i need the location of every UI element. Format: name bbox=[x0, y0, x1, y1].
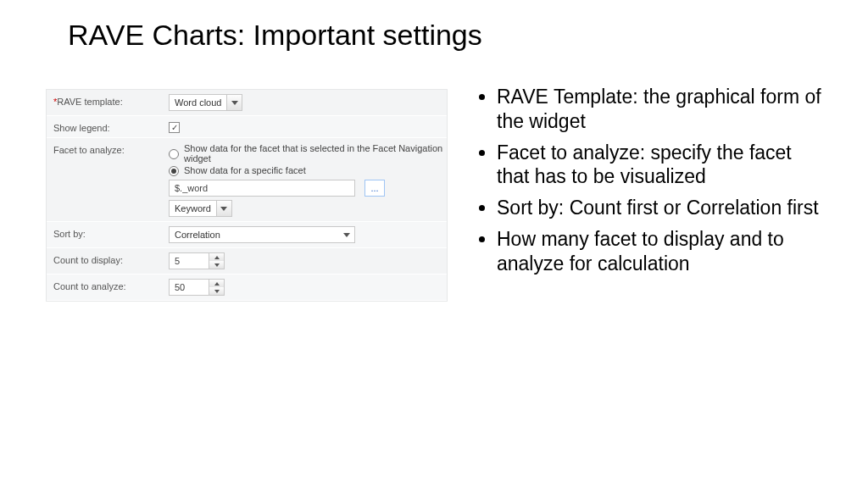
rave-template-select[interactable]: Word cloud bbox=[169, 94, 242, 111]
chevron-down-icon bbox=[214, 290, 220, 293]
chevron-up-icon bbox=[214, 256, 220, 259]
label-rave-template: *RAVE template: bbox=[50, 94, 169, 107]
row-facet-analyze: Facet to analyze: Show data for the face… bbox=[47, 138, 447, 222]
count-analyze-spinner[interactable]: 50 bbox=[169, 279, 225, 296]
bullet-item: How many facet to display and to analyze… bbox=[497, 227, 826, 276]
radio-icon bbox=[169, 149, 179, 159]
facet-text-value: $._word bbox=[175, 183, 208, 193]
chevron-down-icon bbox=[214, 263, 220, 267]
chevron-down-icon bbox=[220, 207, 227, 211]
rave-template-value: Word cloud bbox=[170, 97, 226, 108]
facet-type-value: Keyword bbox=[170, 203, 216, 214]
settings-panel: *RAVE template: Word cloud Show legend: … bbox=[46, 89, 448, 302]
count-display-value: 5 bbox=[170, 253, 209, 269]
radio-dot-icon bbox=[171, 169, 176, 174]
facet-option-2[interactable]: Show data for a specific facet bbox=[169, 164, 443, 176]
row-count-analyze: Count to analyze: 50 bbox=[47, 274, 447, 301]
radio-icon bbox=[169, 166, 179, 176]
bullet-list: RAVE Template: the graphical form of the… bbox=[470, 85, 826, 282]
chevron-down-icon bbox=[231, 101, 238, 105]
more-button[interactable]: ... bbox=[364, 180, 385, 197]
label-count-display: Count to display: bbox=[50, 252, 169, 265]
count-analyze-value: 50 bbox=[170, 280, 209, 295]
slide-title: RAVE Charts: Important settings bbox=[68, 19, 482, 52]
sort-by-value: Correlation bbox=[170, 230, 225, 240]
chevron-down-icon bbox=[343, 233, 350, 237]
chevron-up-icon bbox=[214, 282, 220, 286]
row-rave-template: *RAVE template: Word cloud bbox=[47, 90, 447, 116]
dropdown-button[interactable] bbox=[226, 95, 242, 110]
spinner-down-button[interactable] bbox=[209, 287, 224, 295]
facet-type-select[interactable]: Keyword bbox=[169, 200, 232, 217]
dropdown-button[interactable] bbox=[339, 227, 354, 242]
checkmark-icon: ✓ bbox=[171, 124, 178, 132]
bullet-item: Facet to analyze: specify the facet that… bbox=[497, 141, 826, 190]
bullet-item: RAVE Template: the graphical form of the… bbox=[497, 85, 826, 134]
label-sort-by: Sort by: bbox=[50, 226, 169, 239]
facet-option-2-label: Show data for a specific facet bbox=[184, 165, 306, 175]
facet-option-1[interactable]: Show data for the facet that is selected… bbox=[169, 142, 443, 164]
row-count-display: Count to display: 5 bbox=[47, 248, 447, 274]
row-show-legend: Show legend: ✓ bbox=[47, 116, 447, 138]
facet-option-1-label: Show data for the facet that is selected… bbox=[184, 143, 443, 164]
facet-text-input[interactable]: $._word bbox=[169, 180, 355, 197]
dropdown-button[interactable] bbox=[216, 201, 231, 216]
sort-by-select[interactable]: Correlation bbox=[169, 226, 355, 243]
spinner-up-button[interactable] bbox=[209, 253, 224, 261]
label-count-analyze: Count to analyze: bbox=[50, 279, 169, 291]
row-sort-by: Sort by: Correlation bbox=[47, 222, 447, 248]
label-show-legend: Show legend: bbox=[50, 120, 169, 133]
spinner-down-button[interactable] bbox=[209, 261, 224, 269]
show-legend-checkbox[interactable]: ✓ bbox=[169, 122, 180, 133]
bullet-item: Sort by: Count first or Correlation firs… bbox=[497, 196, 826, 220]
label-facet-analyze: Facet to analyze: bbox=[50, 142, 169, 155]
count-display-spinner[interactable]: 5 bbox=[169, 252, 225, 269]
spinner-up-button[interactable] bbox=[209, 280, 224, 287]
label-rave-template-text: RAVE template: bbox=[57, 97, 122, 107]
